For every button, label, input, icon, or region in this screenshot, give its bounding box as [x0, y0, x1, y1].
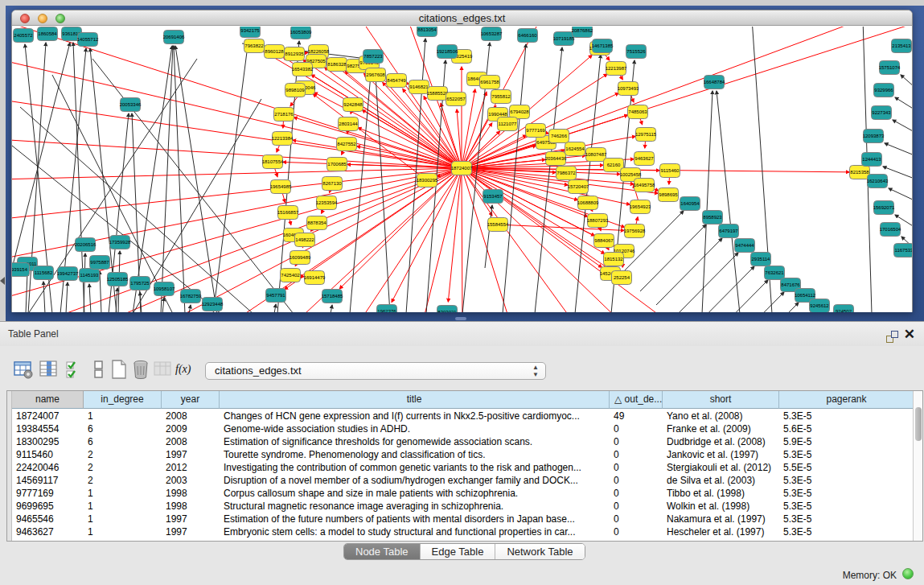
network-node[interactable]: 12353594 — [316, 196, 338, 210]
table-row[interactable]: 969969511998Structural magnetic resonanc… — [12, 500, 914, 513]
table-row[interactable]: 1872400712008Changes of HCN gene express… — [12, 410, 914, 422]
network-node[interactable]: 1624554 — [565, 142, 585, 156]
network-node[interactable]: 10653287 — [481, 27, 503, 41]
network-node[interactable]: 16099489 — [290, 251, 311, 265]
network-node[interactable]: 18724007 — [451, 162, 473, 175]
network-node[interactable]: 19218506 — [437, 45, 458, 59]
network-node[interactable]: 19654923 — [630, 200, 651, 214]
network-node[interactable]: 1700685 — [327, 158, 347, 171]
table-settings-icon[interactable] — [13, 359, 34, 380]
network-node[interactable]: 18300295 — [417, 174, 438, 187]
delete-table-icon[interactable] — [130, 359, 151, 380]
network-node[interactable]: 7986372 — [556, 167, 577, 180]
table-select-dropdown[interactable]: citations_edges.txt ▲▼ — [205, 362, 546, 380]
tab-edge-table[interactable]: Edge Table — [421, 544, 496, 559]
network-node[interactable]: 9153457 — [483, 190, 503, 204]
float-panel-icon[interactable] — [886, 331, 898, 343]
network-node[interactable]: 7485063 — [628, 105, 648, 119]
network-canvas[interactable]: 7963822896012889129351822605898275051654… — [12, 27, 912, 312]
network-node[interactable]: 2718176 — [274, 108, 294, 122]
column-header-name[interactable]: name — [12, 391, 84, 409]
network-node[interactable]: 9115460 — [660, 164, 680, 178]
table-scrollbar[interactable] — [913, 391, 922, 541]
network-node[interactable]: 14671385 — [592, 39, 614, 53]
network-node[interactable]: 2405572 — [14, 29, 34, 43]
network-node[interactable]: 1860584 — [38, 27, 58, 41]
network-node[interactable]: 2135413 — [892, 39, 912, 53]
scrollbar-thumb[interactable] — [915, 407, 922, 441]
network-node[interactable]: 9342175 — [240, 27, 261, 38]
network-node[interactable]: 1244413 — [862, 153, 882, 167]
network-node[interactable]: 8813054 — [417, 27, 437, 37]
table-row[interactable]: 946554611997Estimation of the future num… — [12, 513, 914, 525]
network-node[interactable]: 16210643 — [867, 175, 889, 188]
network-node[interactable]: 10688809 — [577, 196, 599, 210]
memory-status-icon[interactable] — [902, 568, 914, 579]
table-row[interactable]: 977716911998Corpus callosum shape and si… — [12, 487, 914, 500]
network-node[interactable]: 1115682 — [34, 266, 54, 280]
network-node[interactable]: 20364436 — [545, 152, 567, 166]
close-panel-icon[interactable]: ✕ — [904, 328, 915, 341]
network-node[interactable]: 9884067 — [594, 234, 614, 248]
network-node[interactable]: 2803144 — [339, 117, 359, 131]
network-node[interactable]: 8215358 — [850, 166, 870, 179]
network-node[interactable]: 1795725 — [130, 277, 150, 290]
network-node[interactable]: 15751074 — [879, 61, 901, 75]
network-node[interactable]: 7963822 — [244, 39, 265, 53]
network-node[interactable]: 16053809 — [290, 27, 312, 39]
network-node[interactable]: 6794028 — [510, 105, 530, 119]
function-builder-icon[interactable]: f(x) — [175, 359, 196, 380]
table-row[interactable]: 2242004622012Investigating the contribut… — [12, 461, 914, 474]
network-node[interactable]: 8427552 — [337, 138, 357, 151]
network-node[interactable]: 12213384 — [272, 132, 294, 146]
network-node[interactable]: 16782759 — [180, 290, 202, 303]
network-node[interactable]: 19654985 — [270, 180, 292, 194]
network-node[interactable]: 12093873 — [863, 130, 885, 143]
network-node[interactable]: 16495758 — [634, 179, 655, 192]
network-node[interactable]: 10719185 — [553, 32, 575, 46]
network-node[interactable]: 17359928 — [109, 236, 131, 249]
network-node[interactable]: 10973493 — [618, 82, 639, 96]
column-header-title[interactable]: title — [220, 391, 610, 409]
network-node[interactable]: 17016504 — [880, 223, 901, 237]
network-node[interactable]: 15584554 — [487, 218, 509, 232]
network-node[interactable]: 6961758 — [480, 76, 500, 89]
splitter-collapse-arrow[interactable] — [0, 277, 5, 285]
network-node[interactable]: 20691406 — [163, 31, 185, 44]
network-node[interactable]: 12505185 — [107, 273, 129, 286]
network-node[interactable]: 7632621 — [765, 266, 785, 280]
network-node[interactable]: 252254 — [612, 271, 632, 285]
network-node[interactable]: 1121077 — [498, 117, 518, 131]
column-header-pagerank[interactable]: pagerank — [779, 391, 914, 409]
network-node[interactable]: 9898109 — [285, 84, 306, 97]
network-window-titlebar[interactable]: citations_edges.txt — [12, 10, 912, 26]
network-node[interactable]: 7955812 — [491, 90, 511, 104]
network-node[interactable]: 8186328 — [327, 58, 347, 72]
network-node[interactable]: 20206516 — [75, 238, 97, 252]
network-node[interactable]: 8960128 — [265, 45, 285, 59]
network-node[interactable]: 9975887 — [90, 256, 110, 270]
network-node[interactable]: 12213987 — [606, 62, 627, 76]
network-node[interactable]: 9474444 — [735, 239, 755, 253]
network-node[interactable]: 8912935 — [285, 47, 305, 61]
panel-divider-handle[interactable] — [455, 317, 466, 320]
network-node[interactable]: 10958107 — [154, 282, 175, 296]
network-node[interactable]: 15720407 — [568, 180, 589, 194]
network-node[interactable]: 746266 — [549, 130, 569, 143]
table-row[interactable]: 1830029562008Estimation of significance … — [12, 435, 914, 448]
network-node[interactable]: 9898695 — [659, 188, 679, 202]
network-node[interactable]: 1815132 — [604, 253, 624, 266]
network-node[interactable]: 15166857 — [277, 206, 299, 220]
table-row[interactable]: 1938455462009Genome-wide association stu… — [12, 422, 914, 435]
network-node[interactable]: 2935114 — [751, 253, 771, 266]
column-header-short[interactable]: short — [663, 391, 779, 409]
network-node[interactable]: 8303021 — [437, 306, 458, 313]
network-node[interactable]: 14055712 — [77, 33, 99, 47]
network-node[interactable]: 16914479 — [304, 271, 326, 285]
table-row[interactable]: 911546021997Tourette syndrome. Phenomeno… — [12, 448, 914, 461]
table-row[interactable]: 1456911722003Disruption of a novel membe… — [12, 474, 914, 487]
column-header-in_degree[interactable]: in_degree — [84, 391, 162, 409]
network-node[interactable]: 9463627 — [634, 152, 655, 166]
table-row[interactable]: 946362711997Embryonic stem cells: a mode… — [12, 525, 914, 538]
table-column-icon[interactable] — [39, 359, 60, 380]
